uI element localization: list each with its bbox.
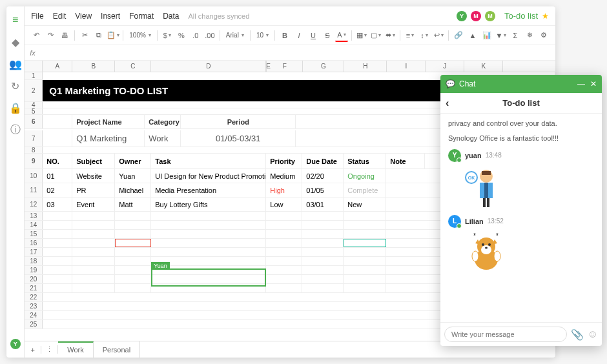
col-A[interactable]: A [43, 61, 72, 72]
cut-icon[interactable]: ✂ [78, 29, 91, 42]
column-headers: A B C D E F G H I J K [25, 61, 555, 72]
collab-avatar-2[interactable]: M [471, 11, 481, 21]
tag-icon[interactable]: ◆ [10, 36, 21, 48]
sheet-menu-button[interactable]: ⋮ [41, 345, 58, 354]
chat-header: 💬 Chat — ✕ [440, 75, 602, 93]
text-color-icon[interactable]: A [335, 29, 348, 42]
border-icon[interactable]: ▢ [369, 29, 382, 42]
wrap-icon[interactable]: ↩ [432, 29, 445, 42]
attach-icon[interactable]: 📎 [571, 329, 584, 341]
val-project-name[interactable]: Q1 Marketing [72, 130, 145, 147]
emoji-icon[interactable]: ☺ [588, 329, 598, 341]
col-H[interactable]: H [344, 61, 387, 72]
val-period[interactable]: 01/05-03/31 [181, 130, 296, 147]
paste-icon[interactable]: 📋 [107, 29, 119, 42]
selection-red [115, 239, 151, 247]
dec-dec-icon[interactable]: .0 [189, 29, 202, 42]
col-I[interactable]: I [387, 61, 426, 72]
menu-file[interactable]: File [31, 12, 43, 21]
minimize-icon[interactable]: — [577, 79, 585, 88]
redo-icon[interactable]: ↷ [44, 29, 57, 42]
col-B[interactable]: B [72, 61, 115, 72]
chat-message: privacy and control over your data. [448, 119, 594, 128]
menu-insert[interactable]: Insert [101, 12, 120, 21]
avatar: L [448, 215, 461, 228]
sheet-tab-personal[interactable]: Personal [94, 341, 140, 358]
sheet-tab-work[interactable]: Work [58, 341, 93, 358]
image-icon[interactable]: ▲ [466, 29, 479, 42]
col-J[interactable]: J [426, 61, 464, 72]
collab-avatar-1[interactable]: Y [457, 11, 467, 21]
italic-icon[interactable]: I [293, 29, 305, 42]
chat-subheader: ‹ To-do list [440, 93, 602, 114]
add-sheet-button[interactable]: + [25, 346, 41, 354]
selection-teal [344, 239, 386, 247]
people-icon[interactable]: 👥 [10, 58, 21, 70]
chat-icon: 💬 [446, 79, 455, 88]
chart-icon[interactable]: 📊 [480, 29, 493, 42]
hdr-period: Period [181, 115, 296, 128]
copy-icon[interactable]: ⧉ [92, 29, 105, 42]
filter-icon[interactable]: ▼ [495, 29, 508, 42]
val-category[interactable]: Work [145, 130, 181, 147]
svg-rect-6 [483, 198, 486, 207]
menu-data[interactable]: Data [163, 12, 179, 21]
svg-point-14 [472, 251, 478, 261]
chat-panel: 💬 Chat — ✕ ‹ To-do list privacy and cont… [440, 75, 602, 346]
info-icon[interactable]: ⓘ [10, 124, 21, 136]
sync-status: All changes synced [189, 12, 250, 20]
th-note: Note [386, 154, 425, 168]
svg-rect-3 [484, 183, 488, 198]
topright: Y M M To-do list ★ [457, 11, 549, 21]
svg-text:*: * [496, 232, 499, 239]
col-G[interactable]: G [303, 61, 344, 72]
svg-point-15 [494, 251, 500, 261]
svg-point-11 [482, 243, 484, 246]
halign-icon[interactable]: ≡ [404, 29, 417, 42]
print-icon[interactable]: 🖶 [58, 29, 71, 42]
history-icon[interactable]: ↻ [10, 80, 21, 92]
chat-input[interactable] [444, 327, 567, 342]
valign-icon[interactable]: ↕ [418, 29, 431, 42]
menu-edit[interactable]: Edit [53, 12, 67, 21]
menu-icon[interactable]: ≡ [10, 14, 21, 26]
formula-bar[interactable]: fx [25, 45, 555, 61]
dec-inc-icon[interactable]: .00 [203, 29, 216, 42]
th-status: Status [344, 154, 386, 168]
font-select[interactable]: Arial [223, 32, 247, 39]
sigma-icon[interactable]: Σ [509, 29, 522, 42]
freeze-icon[interactable]: ❄ [523, 29, 536, 42]
star-icon[interactable]: ★ [542, 12, 549, 21]
chat-title: Chat [459, 79, 475, 88]
document-name[interactable]: To-do list [504, 11, 538, 21]
link-icon[interactable]: 🔗 [452, 29, 465, 42]
settings-icon[interactable]: ⚙ [537, 29, 550, 42]
menu-view[interactable]: View [75, 12, 92, 21]
collab-avatar-3[interactable]: M [485, 11, 495, 21]
chat-message: Synology Office is a fantastic tool!!! [448, 134, 594, 143]
close-icon[interactable]: ✕ [590, 79, 597, 88]
underline-icon[interactable]: U [307, 29, 320, 42]
col-F[interactable]: F [267, 61, 303, 72]
chat-body[interactable]: privacy and control over your data. Syno… [440, 114, 602, 322]
col-K[interactable]: K [464, 61, 503, 72]
th-no: NO. [43, 154, 72, 168]
merge-icon[interactable]: ⬌ [384, 29, 396, 42]
menu-bar: File Edit View Insert Format Data All ch… [25, 6, 555, 26]
chat-room-name: To-do list [502, 98, 540, 108]
percent-icon[interactable]: % [175, 29, 188, 42]
col-D[interactable]: D [151, 61, 266, 72]
col-C[interactable]: C [115, 61, 151, 72]
currency-icon[interactable]: $ [161, 29, 174, 42]
strike-icon[interactable]: S [321, 29, 334, 42]
user-avatar-rail[interactable]: Y [10, 338, 21, 350]
back-icon[interactable]: ‹ [446, 97, 449, 109]
fill-color-icon[interactable]: ▦ [355, 29, 368, 42]
left-rail: ≡ ◆ 👥 ↻ 🔒 ⓘ Y [6, 6, 25, 358]
font-size[interactable]: 10 [254, 32, 271, 39]
bold-icon[interactable]: B [278, 29, 291, 42]
undo-icon[interactable]: ↶ [30, 29, 43, 42]
menu-format[interactable]: Format [129, 12, 154, 21]
lock-icon[interactable]: 🔒 [10, 102, 21, 114]
zoom-select[interactable]: 100% [127, 32, 154, 39]
